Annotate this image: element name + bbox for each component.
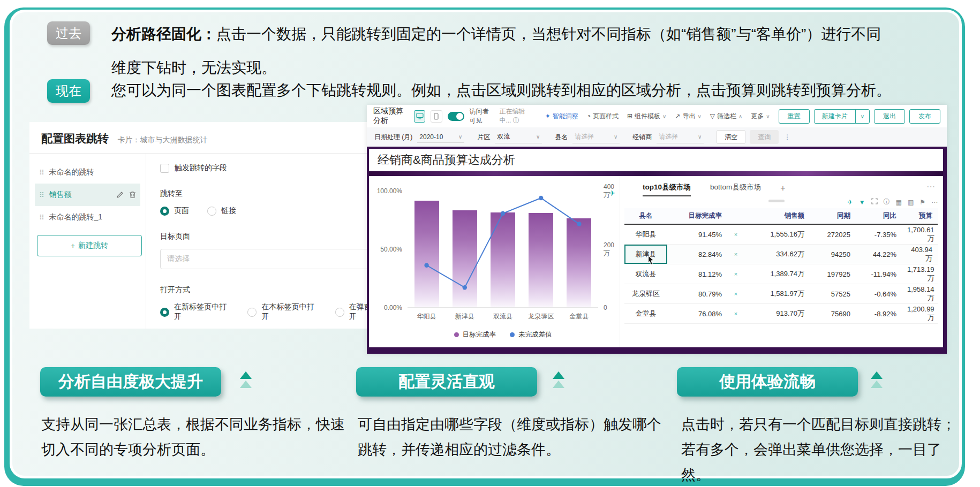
open-mode-option[interactable]: 在新标签页中打开: [160, 302, 229, 322]
toolbar-button-退出[interactable]: 退出: [874, 109, 905, 124]
trigger-field-checkbox[interactable]: [160, 164, 169, 173]
more-icon[interactable]: ⋯: [931, 199, 938, 206]
layout-icon[interactable]: ▥: [908, 199, 914, 206]
chart-plot-area: [408, 191, 598, 308]
jump-to-option[interactable]: 页面: [160, 206, 189, 216]
table-row[interactable]: 新津县82.84%×334.62万9425044.22%403.94万: [624, 245, 938, 264]
export-icon: ↗: [675, 112, 680, 120]
table-cell[interactable]: 82.84%: [667, 245, 727, 264]
legend-item[interactable]: 目标完成率: [454, 330, 496, 339]
table-row[interactable]: 华阳县91.45%×1,555.16万272025-7.35%1,700.61万: [624, 225, 938, 245]
target-page-placeholder: 请选择: [167, 254, 190, 264]
drag-handle[interactable]: [768, 200, 785, 202]
open-mode-radio[interactable]: [247, 308, 257, 317]
toolbar-menu-智能洞察[interactable]: ✦智能洞察: [545, 112, 578, 121]
toolbar-button-新建卡片[interactable]: 新建卡片∨: [814, 109, 870, 124]
toolbar-menu-更多[interactable]: 更多∨: [751, 112, 770, 121]
jump-list-item[interactable]: ⠿销售额: [35, 184, 140, 206]
table-cell[interactable]: -8.92%: [856, 304, 902, 323]
open-mode-radio[interactable]: [335, 308, 344, 317]
table-cell[interactable]: 龙泉驿区: [624, 284, 667, 303]
table-cell[interactable]: -0.64%: [856, 284, 902, 303]
table-cell[interactable]: -11.94%: [856, 264, 902, 284]
table-cell[interactable]: 334.62万: [744, 245, 810, 264]
row-mark[interactable]: ×: [727, 225, 744, 244]
table-cell[interactable]: 华阳县: [624, 225, 667, 244]
edit-icon[interactable]: [116, 191, 124, 199]
jump-to-option[interactable]: 链接: [207, 206, 236, 216]
add-tab-button[interactable]: +: [780, 184, 785, 196]
toolbar-button-重置[interactable]: 重置: [779, 109, 810, 124]
table-row[interactable]: 龙泉驿区80.79%×1,581.97万57525-0.64%1,958.14万: [624, 284, 938, 304]
filter-select[interactable]: 请选择∨: [657, 131, 704, 143]
jump-list-item[interactable]: ⠿未命名的跳转: [35, 161, 140, 184]
table-row[interactable]: 金堂县76.08%×913.70万75690-8.92%1,200.99万: [624, 304, 938, 324]
open-mode-radio[interactable]: [160, 308, 169, 317]
table-cell[interactable]: 1,958.14万: [902, 284, 940, 303]
toolbar-menu-页面样式[interactable]: ◔页面样式: [587, 112, 619, 121]
table-cell[interactable]: 272025: [810, 225, 856, 244]
jump-to-radio[interactable]: [207, 207, 216, 216]
table-cell[interactable]: 57525: [810, 284, 856, 303]
table-cell[interactable]: 1,581.97万: [744, 284, 810, 303]
new-jump-button[interactable]: +新建跳转: [37, 235, 142, 256]
table-cell[interactable]: 1,713.19万: [902, 264, 940, 284]
filter-select[interactable]: 双流∨: [495, 131, 542, 143]
jump-config-form: 触发跳转的字段 跳转至 页面链接 目标页面 请选择 打开方式 在新标签页中打开在…: [146, 154, 390, 329]
toolbar-menu-筛选栏[interactable]: ▽筛选栏∧: [710, 112, 743, 121]
open-mode-option[interactable]: 在本标签页中打开: [247, 302, 316, 322]
desktop-view-icon[interactable]: [414, 110, 425, 123]
filter-select[interactable]: 请选择∨: [572, 131, 620, 143]
chevron-down-icon[interactable]: ∨: [856, 110, 869, 123]
table-cell[interactable]: 403.94万: [902, 245, 938, 264]
table-cell[interactable]: 75690: [810, 304, 856, 323]
table-cell[interactable]: 91.45%: [667, 225, 727, 244]
table-row[interactable]: 双流县81.12%×1,389.74万197925-11.94%1,713.19…: [624, 264, 938, 284]
target-page-select[interactable]: 请选择: [160, 249, 390, 269]
share-icon[interactable]: ⚑: [919, 199, 925, 206]
table-cell[interactable]: -7.35%: [856, 225, 902, 244]
tab-top10县级市场[interactable]: top10县级市场: [643, 182, 691, 196]
visitor-visible-toggle[interactable]: [448, 112, 464, 121]
table-cell[interactable]: 1,555.16万: [744, 225, 810, 244]
mobile-view-icon[interactable]: [431, 110, 442, 123]
more-filters-icon[interactable]: ⋮: [784, 133, 790, 141]
table-cell[interactable]: 44.22%: [856, 245, 902, 264]
filter-label: 片区: [477, 133, 490, 142]
table-cell[interactable]: 新津县: [624, 245, 667, 264]
style-icon: ◔: [587, 112, 591, 120]
filter-select[interactable]: 2020-10∨: [417, 132, 464, 143]
tab-more-icon[interactable]: ⋯: [926, 181, 936, 192]
table-cell[interactable]: 1,200.99万: [902, 304, 940, 323]
query-button[interactable]: 查询: [750, 130, 779, 144]
table-cell[interactable]: 94250: [810, 245, 856, 264]
delete-icon[interactable]: [129, 191, 136, 199]
row-mark[interactable]: ×: [727, 264, 744, 284]
send-icon[interactable]: ✈: [848, 199, 853, 206]
table-cell[interactable]: 76.08%: [667, 304, 727, 323]
table-cell[interactable]: 双流县: [624, 264, 667, 284]
expand-icon[interactable]: [871, 198, 878, 206]
row-mark[interactable]: ×: [727, 284, 744, 303]
filter-icon[interactable]: ▼: [859, 199, 865, 206]
table-cell[interactable]: 81.12%: [667, 264, 727, 284]
clear-filters-button[interactable]: 清空: [717, 130, 745, 144]
toolbar-menu-组件模板[interactable]: ⊞组件模板∨: [627, 112, 666, 121]
toolbar-menu-导出[interactable]: ↗导出∨: [675, 112, 701, 121]
row-mark[interactable]: ×: [727, 245, 744, 264]
tab-bottom县级市场[interactable]: bottom县级市场: [710, 182, 761, 196]
legend-item[interactable]: 未完成差值: [510, 330, 552, 339]
table-cell[interactable]: 197925: [810, 264, 856, 284]
table-cell[interactable]: 80.79%: [667, 284, 727, 303]
table-icon[interactable]: ▦: [896, 199, 902, 206]
open-mode-option-label: 在本标签页中打开: [261, 302, 316, 322]
table-cell[interactable]: 1,389.74万: [744, 264, 810, 284]
table-cell[interactable]: 金堂县: [624, 304, 667, 323]
table-cell[interactable]: 1,700.61万: [902, 225, 940, 244]
table-cell[interactable]: 913.70万: [744, 304, 810, 323]
jump-to-radio[interactable]: [160, 207, 169, 216]
info-icon[interactable]: ⓘ: [884, 197, 890, 207]
toolbar-button-发布[interactable]: 发布: [909, 109, 940, 124]
jump-list-item[interactable]: ⠿未命名的跳转_1: [35, 206, 140, 229]
row-mark[interactable]: ×: [727, 304, 744, 323]
